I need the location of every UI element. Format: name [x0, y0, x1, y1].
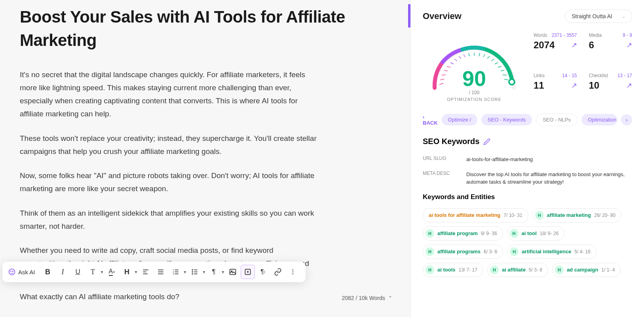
keyword-chip[interactable]: Haffiliate marketing26/ 20- 80 [532, 208, 621, 222]
document-body[interactable]: It's no secret that the digital landscap… [20, 68, 321, 283]
link-button[interactable] [271, 265, 285, 279]
svg-line-40 [479, 53, 480, 56]
heading-badge: H [510, 229, 519, 238]
svg-line-37 [464, 54, 465, 57]
paragraph[interactable]: Now, some folks hear "AI" and picture ro… [20, 169, 321, 196]
svg-line-35 [454, 59, 457, 61]
tab-seo-keywords[interactable]: SEO - Keywords [481, 114, 532, 125]
paragraph[interactable]: It's no secret that the digital landscap… [20, 68, 321, 121]
stat-range: 13 - 17 [617, 73, 632, 78]
align-left-button[interactable] [139, 265, 153, 279]
stat-media[interactable]: Media9 - 9 6↗ [589, 32, 633, 62]
keyword-chip[interactable]: Hai tool18/ 9- 26 [507, 226, 565, 241]
keyword-name: ai tool [522, 230, 537, 236]
italic-button[interactable]: I [56, 265, 70, 279]
stat-label: Links [534, 73, 545, 78]
chevron-down-icon[interactable]: ▼ [134, 270, 138, 274]
heading-badge: H [426, 247, 434, 256]
nav-next-button[interactable]: › [621, 114, 632, 125]
keyword-count: 13/ 7- 17 [459, 267, 477, 273]
heading-badge: H [510, 247, 519, 256]
align-justify-button[interactable] [154, 265, 168, 279]
keyword-name: affiliate programs [437, 249, 481, 254]
ordered-list-button[interactable]: 123 [169, 265, 183, 279]
keyword-chip[interactable]: Had campaign1/ 1- 4 [552, 263, 621, 277]
more-options-button[interactable] [286, 265, 300, 279]
bold-button[interactable]: B [41, 265, 55, 279]
keyword-count: 26/ 20- 80 [594, 213, 616, 218]
chevron-up-icon: ⌃ [388, 295, 392, 301]
url-slug-label: URL SLUG [423, 156, 454, 163]
paragraph-format-button[interactable]: ¶⁞ [256, 265, 270, 279]
heading-button[interactable]: H [120, 265, 134, 279]
heading-badge: H [426, 229, 434, 238]
keyword-chip[interactable]: Hartificial intelligence5/ 4- 16 [507, 245, 597, 259]
project-dropdown[interactable]: Straight Outta AI ⌄ [565, 9, 632, 23]
stats-grid: Words2371 - 3557 2074↗ Media9 - 9 6↗ Lin… [534, 32, 632, 102]
keyword-count: 9/ 9- 36 [481, 231, 497, 236]
paragraph[interactable]: These tools won't replace your creativit… [20, 132, 321, 158]
paragraph[interactable]: Think of them as an intelligent sidekick… [20, 207, 321, 233]
svg-line-29 [439, 83, 443, 85]
stat-words[interactable]: Words2371 - 3557 2074↗ [534, 32, 577, 62]
stat-value: 6 [589, 40, 594, 51]
heading-badge: H [426, 266, 434, 274]
chevron-down-icon[interactable]: ▼ [183, 270, 187, 274]
heading-badge: H [490, 266, 499, 274]
svg-line-45 [498, 66, 502, 67]
meta-desc-value[interactable]: Discover the top AI tools for affiliate … [466, 171, 632, 186]
svg-line-34 [450, 63, 454, 64]
add-button[interactable] [241, 265, 255, 279]
keyword-count: 5/ 3- 8 [529, 267, 542, 273]
keyword-chip[interactable]: Hai tools13/ 7- 17 [423, 263, 483, 277]
overview-sidebar: Overview Straight Outta AI ⌄ [410, 0, 644, 317]
underline-button[interactable]: U [71, 265, 85, 279]
keyword-chip[interactable]: Hai affiliate5/ 3- 8 [487, 263, 548, 277]
stat-links[interactable]: Links14 - 15 11↗ [534, 73, 577, 102]
keyword-count: 6/ 3- 6 [484, 249, 497, 254]
svg-line-36 [459, 56, 461, 59]
word-count[interactable]: 2082 / 10k Words ⌃ [342, 295, 392, 301]
svg-line-32 [444, 70, 448, 71]
chevron-down-icon[interactable]: ▼ [100, 270, 104, 274]
heading-badge: H [555, 266, 564, 274]
font-color-button[interactable]: A▾ [104, 265, 119, 279]
svg-point-17 [192, 273, 193, 274]
svg-text:3: 3 [173, 273, 174, 275]
svg-line-42 [487, 56, 490, 59]
keyword-chip[interactable]: Haffiliate programs6/ 3- 6 [423, 245, 503, 259]
keyword-name: affiliate marketing [547, 212, 591, 218]
keyword-count: 7/ 10- 31 [503, 213, 522, 218]
tab-seo-nlps[interactable]: SEO - NLPs [536, 114, 578, 126]
paragraph-question[interactable]: What exactly can AI affiliate marketing … [20, 292, 179, 301]
optimization-gauge: 90 / 100 OPTIMIZATION SCORE [423, 32, 526, 102]
document-title[interactable]: Boost Your Sales with AI Tools for Affil… [20, 6, 388, 52]
image-button[interactable] [226, 265, 240, 279]
stat-checklist[interactable]: Checklist13 - 17 10↗ [589, 73, 633, 102]
chevron-down-icon[interactable]: ▼ [221, 270, 225, 274]
stat-label: Media [589, 32, 602, 38]
svg-line-30 [440, 79, 444, 80]
keyword-count: 5/ 4- 16 [574, 249, 591, 254]
keyword-chip[interactable]: ai tools for affiliate marketing7/ 10- 3… [423, 208, 528, 222]
text-format-button[interactable]: T [86, 265, 100, 279]
ask-ai-button[interactable]: Ask AI [8, 268, 35, 276]
url-slug-value[interactable]: ai-tools-for-affiliate-marketing [466, 156, 533, 163]
keyword-name: ai tools [437, 267, 456, 273]
svg-line-46 [501, 70, 504, 71]
edit-icon[interactable] [483, 138, 490, 145]
svg-point-49 [509, 79, 515, 85]
back-button[interactable]: ‹ BACK [423, 114, 438, 126]
chevron-down-icon[interactable]: ▼ [202, 270, 206, 274]
keyword-name: ai affiliate [502, 267, 526, 273]
arrow-up-right-icon: ↗ [626, 81, 632, 90]
tab-optimization[interactable]: Optimization [581, 114, 617, 125]
seo-keywords-title: SEO Keywords [423, 137, 479, 146]
svg-line-38 [469, 53, 469, 56]
keyword-chip[interactable]: Haffiliate program9/ 9- 36 [423, 226, 503, 241]
svg-point-1 [11, 271, 11, 272]
svg-line-41 [483, 54, 485, 57]
bullet-list-button[interactable] [188, 265, 202, 279]
paragraph-direction-button[interactable]: ¶ [207, 265, 221, 279]
tab-optimize[interactable]: Optimize / [442, 114, 478, 125]
